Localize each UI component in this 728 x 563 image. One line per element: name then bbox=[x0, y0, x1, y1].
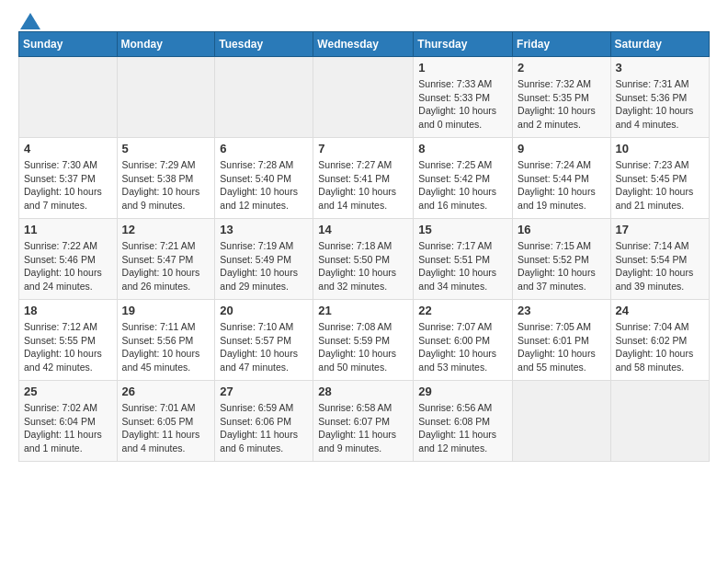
calendar-cell: 10Sunrise: 7:23 AM Sunset: 5:45 PM Dayli… bbox=[610, 138, 709, 219]
calendar-cell: 27Sunrise: 6:59 AM Sunset: 6:06 PM Dayli… bbox=[215, 381, 313, 462]
day-content: Sunrise: 7:05 AM Sunset: 6:01 PM Dayligh… bbox=[518, 320, 606, 374]
day-content: Sunrise: 7:10 AM Sunset: 5:57 PM Dayligh… bbox=[220, 320, 308, 374]
day-content: Sunrise: 7:11 AM Sunset: 5:56 PM Dayligh… bbox=[122, 320, 210, 374]
day-number: 16 bbox=[518, 223, 606, 236]
day-content: Sunrise: 7:15 AM Sunset: 5:52 PM Dayligh… bbox=[518, 239, 606, 293]
header-thursday: Thursday bbox=[414, 32, 513, 57]
day-content: Sunrise: 7:21 AM Sunset: 5:47 PM Dayligh… bbox=[122, 239, 210, 293]
day-content: Sunrise: 7:22 AM Sunset: 5:46 PM Dayligh… bbox=[24, 239, 112, 293]
day-content: Sunrise: 7:24 AM Sunset: 5:44 PM Dayligh… bbox=[518, 158, 606, 213]
day-number: 17 bbox=[616, 223, 704, 236]
calendar-week-3: 11Sunrise: 7:22 AM Sunset: 5:46 PM Dayli… bbox=[19, 219, 710, 300]
calendar-cell bbox=[513, 381, 611, 462]
day-number: 26 bbox=[122, 385, 210, 398]
header-monday: Monday bbox=[117, 32, 215, 57]
header-saturday: Saturday bbox=[610, 32, 709, 57]
day-content: Sunrise: 7:32 AM Sunset: 5:35 PM Dayligh… bbox=[518, 77, 606, 132]
calendar-cell: 1Sunrise: 7:33 AM Sunset: 5:33 PM Daylig… bbox=[414, 57, 513, 138]
day-content: Sunrise: 7:02 AM Sunset: 6:04 PM Dayligh… bbox=[24, 401, 112, 455]
day-number: 2 bbox=[518, 61, 606, 75]
calendar-cell bbox=[117, 57, 215, 138]
page-header bbox=[18, 15, 710, 26]
calendar-cell: 15Sunrise: 7:17 AM Sunset: 5:51 PM Dayli… bbox=[414, 219, 513, 300]
day-number: 27 bbox=[220, 385, 308, 398]
day-content: Sunrise: 7:17 AM Sunset: 5:51 PM Dayligh… bbox=[418, 239, 507, 293]
day-content: Sunrise: 7:04 AM Sunset: 6:02 PM Dayligh… bbox=[616, 320, 704, 374]
logo bbox=[18, 15, 40, 26]
header-wednesday: Wednesday bbox=[313, 32, 414, 57]
calendar-cell: 11Sunrise: 7:22 AM Sunset: 5:46 PM Dayli… bbox=[19, 219, 118, 300]
calendar-cell: 2Sunrise: 7:32 AM Sunset: 5:35 PM Daylig… bbox=[513, 57, 611, 138]
calendar-cell: 17Sunrise: 7:14 AM Sunset: 5:54 PM Dayli… bbox=[610, 219, 709, 300]
day-content: Sunrise: 7:23 AM Sunset: 5:45 PM Dayligh… bbox=[616, 158, 704, 213]
calendar-cell: 26Sunrise: 7:01 AM Sunset: 6:05 PM Dayli… bbox=[117, 381, 215, 462]
calendar-week-1: 1Sunrise: 7:33 AM Sunset: 5:33 PM Daylig… bbox=[19, 57, 710, 138]
calendar-cell bbox=[215, 57, 313, 138]
day-number: 19 bbox=[122, 304, 210, 317]
day-content: Sunrise: 7:19 AM Sunset: 5:49 PM Dayligh… bbox=[220, 239, 308, 293]
day-number: 7 bbox=[318, 142, 408, 155]
calendar-cell: 24Sunrise: 7:04 AM Sunset: 6:02 PM Dayli… bbox=[610, 300, 709, 381]
calendar-cell: 21Sunrise: 7:08 AM Sunset: 5:59 PM Dayli… bbox=[313, 300, 414, 381]
day-number: 8 bbox=[418, 142, 507, 155]
day-content: Sunrise: 7:07 AM Sunset: 6:00 PM Dayligh… bbox=[418, 320, 507, 374]
day-number: 3 bbox=[616, 61, 704, 75]
day-number: 1 bbox=[418, 61, 507, 75]
day-number: 24 bbox=[616, 304, 704, 317]
day-number: 12 bbox=[122, 223, 210, 236]
calendar-cell: 23Sunrise: 7:05 AM Sunset: 6:01 PM Dayli… bbox=[513, 300, 611, 381]
calendar-body: 1Sunrise: 7:33 AM Sunset: 5:33 PM Daylig… bbox=[19, 57, 710, 462]
day-content: Sunrise: 7:12 AM Sunset: 5:55 PM Dayligh… bbox=[24, 320, 112, 374]
calendar-cell: 3Sunrise: 7:31 AM Sunset: 5:36 PM Daylig… bbox=[610, 57, 709, 138]
day-number: 21 bbox=[318, 304, 408, 317]
calendar-cell bbox=[19, 57, 118, 138]
day-content: Sunrise: 7:01 AM Sunset: 6:05 PM Dayligh… bbox=[122, 401, 210, 455]
calendar-cell: 16Sunrise: 7:15 AM Sunset: 5:52 PM Dayli… bbox=[513, 219, 611, 300]
day-number: 9 bbox=[518, 142, 606, 155]
calendar-cell: 7Sunrise: 7:27 AM Sunset: 5:41 PM Daylig… bbox=[313, 138, 414, 219]
day-content: Sunrise: 7:25 AM Sunset: 5:42 PM Dayligh… bbox=[418, 158, 507, 213]
day-content: Sunrise: 7:30 AM Sunset: 5:37 PM Dayligh… bbox=[24, 158, 112, 213]
day-number: 18 bbox=[24, 304, 112, 317]
calendar-cell: 19Sunrise: 7:11 AM Sunset: 5:56 PM Dayli… bbox=[117, 300, 215, 381]
calendar-cell: 5Sunrise: 7:29 AM Sunset: 5:38 PM Daylig… bbox=[117, 138, 215, 219]
header-friday: Friday bbox=[513, 32, 611, 57]
day-number: 11 bbox=[24, 223, 112, 236]
day-number: 10 bbox=[616, 142, 704, 155]
day-content: Sunrise: 7:14 AM Sunset: 5:54 PM Dayligh… bbox=[616, 239, 704, 293]
calendar-cell: 28Sunrise: 6:58 AM Sunset: 6:07 PM Dayli… bbox=[313, 381, 414, 462]
day-content: Sunrise: 7:08 AM Sunset: 5:59 PM Dayligh… bbox=[318, 320, 408, 374]
calendar-header-row: SundayMondayTuesdayWednesdayThursdayFrid… bbox=[19, 32, 710, 57]
day-content: Sunrise: 6:59 AM Sunset: 6:06 PM Dayligh… bbox=[220, 401, 308, 455]
calendar-cell: 14Sunrise: 7:18 AM Sunset: 5:50 PM Dayli… bbox=[313, 219, 414, 300]
calendar-week-5: 25Sunrise: 7:02 AM Sunset: 6:04 PM Dayli… bbox=[19, 381, 710, 462]
day-number: 29 bbox=[418, 385, 507, 398]
day-content: Sunrise: 7:18 AM Sunset: 5:50 PM Dayligh… bbox=[318, 239, 408, 293]
calendar-cell: 13Sunrise: 7:19 AM Sunset: 5:49 PM Dayli… bbox=[215, 219, 313, 300]
calendar-cell: 18Sunrise: 7:12 AM Sunset: 5:55 PM Dayli… bbox=[19, 300, 118, 381]
calendar-cell: 9Sunrise: 7:24 AM Sunset: 5:44 PM Daylig… bbox=[513, 138, 611, 219]
header-tuesday: Tuesday bbox=[215, 32, 313, 57]
day-content: Sunrise: 7:27 AM Sunset: 5:41 PM Dayligh… bbox=[318, 158, 408, 213]
calendar-cell bbox=[313, 57, 414, 138]
day-number: 14 bbox=[318, 223, 408, 236]
calendar-cell: 12Sunrise: 7:21 AM Sunset: 5:47 PM Dayli… bbox=[117, 219, 215, 300]
day-content: Sunrise: 7:29 AM Sunset: 5:38 PM Dayligh… bbox=[122, 158, 210, 213]
day-number: 23 bbox=[518, 304, 606, 317]
calendar-cell: 25Sunrise: 7:02 AM Sunset: 6:04 PM Dayli… bbox=[19, 381, 118, 462]
day-number: 13 bbox=[220, 223, 308, 236]
calendar-cell bbox=[610, 381, 709, 462]
day-content: Sunrise: 7:33 AM Sunset: 5:33 PM Dayligh… bbox=[418, 77, 507, 132]
calendar-cell: 4Sunrise: 7:30 AM Sunset: 5:37 PM Daylig… bbox=[19, 138, 118, 219]
header-sunday: Sunday bbox=[19, 32, 118, 57]
logo-icon bbox=[20, 13, 40, 29]
day-content: Sunrise: 6:58 AM Sunset: 6:07 PM Dayligh… bbox=[318, 401, 408, 455]
day-number: 25 bbox=[24, 385, 112, 398]
day-number: 22 bbox=[418, 304, 507, 317]
svg-marker-0 bbox=[20, 13, 40, 29]
calendar-week-2: 4Sunrise: 7:30 AM Sunset: 5:37 PM Daylig… bbox=[19, 138, 710, 219]
day-number: 20 bbox=[220, 304, 308, 317]
day-content: Sunrise: 7:31 AM Sunset: 5:36 PM Dayligh… bbox=[616, 77, 704, 132]
calendar-table: SundayMondayTuesdayWednesdayThursdayFrid… bbox=[18, 31, 710, 462]
day-number: 28 bbox=[318, 385, 408, 398]
